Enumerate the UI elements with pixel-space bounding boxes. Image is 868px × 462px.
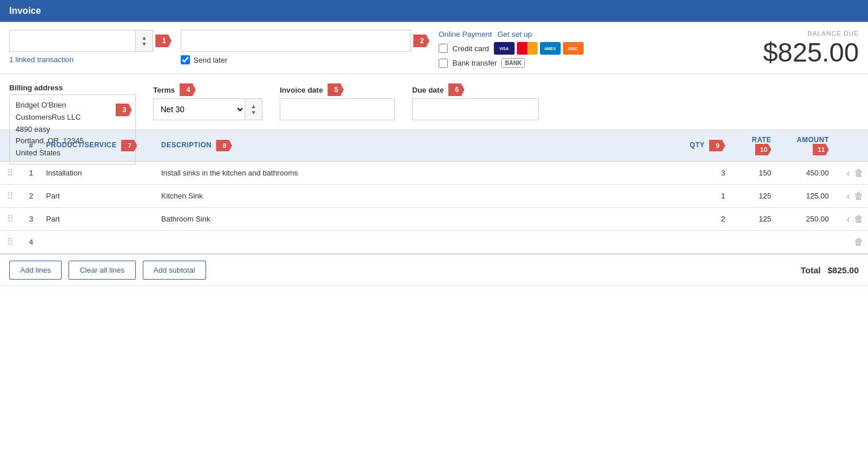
product-cell[interactable]: Part	[41, 208, 157, 231]
amex-icon: AMEX	[540, 42, 561, 55]
description-cell[interactable]	[157, 231, 684, 254]
drag-handle-cell: ⠿	[0, 162, 21, 185]
total-label: Total	[801, 265, 821, 275]
amount-cell: 450.00	[776, 162, 833, 185]
details-icon[interactable]: ‹	[844, 167, 852, 179]
terms-badge: 4	[180, 83, 196, 96]
description-cell[interactable]: Kitchen Sink	[157, 185, 684, 208]
description-cell[interactable]: Bathroom Sink	[157, 208, 684, 231]
th-amount-badge: 11	[813, 144, 829, 155]
due-date-input[interactable]: 09/08/2016	[412, 98, 539, 120]
actions-cell: ‹ 🗑	[833, 162, 868, 185]
details-icon[interactable]: ‹	[844, 190, 852, 202]
invoice-date-group: Invoice date 5 08/09/2016	[280, 83, 395, 120]
th-rate-badge: 10	[755, 144, 771, 155]
qty-cell[interactable]	[684, 231, 730, 254]
row-number: 1	[21, 162, 41, 185]
terms-row: Net 30 Net 15 Due on receipt ▲▼	[153, 98, 262, 120]
description-cell[interactable]: Install sinks in the kitchen and bathroo…	[157, 162, 684, 185]
invoice-date-label: Invoice date	[280, 86, 323, 94]
actions-cell: ‹ 🗑	[833, 185, 868, 208]
delete-icon[interactable]: 🗑	[854, 214, 863, 224]
qty-cell[interactable]: 2	[684, 208, 730, 231]
credit-card-checkbox[interactable]	[439, 44, 448, 53]
actions-cell: ‹ 🗑	[833, 208, 868, 231]
customer-badge: 1	[155, 35, 172, 47]
email-block: QBOrocks@yahoo.com 2 Send later	[181, 30, 429, 64]
table-row: ⠿ 4 🗑	[0, 231, 868, 254]
get-set-up-link[interactable]: Get set up	[497, 30, 532, 39]
th-actions	[833, 130, 868, 162]
payment-block: Online Payment Get set up Credit card VI…	[439, 30, 584, 68]
clear-all-lines-button[interactable]: Clear all lines	[68, 261, 135, 280]
line-items-table-section: # PRODUCT/SERVICE 7 DESCRIPTION 8 QTY 9 …	[0, 130, 868, 254]
credit-card-label: Credit card	[452, 44, 489, 53]
amount-cell: 125.00	[776, 185, 833, 208]
table-row: ⠿ 2 Part Kitchen Sink 1 125 125.00 ‹ 🗑	[0, 185, 868, 208]
payment-title: Online Payment Get set up	[439, 30, 584, 39]
invoice-date-input[interactable]: 08/09/2016	[280, 98, 395, 120]
product-cell[interactable]	[41, 231, 157, 254]
qty-cell[interactable]: 3	[684, 162, 730, 185]
discover-icon: DISC	[563, 42, 584, 55]
th-product-badge: 7	[121, 140, 137, 151]
terms-spinner[interactable]: ▲▼	[245, 98, 262, 120]
rate-cell[interactable]: 125	[730, 185, 776, 208]
actions-cell: 🗑	[833, 231, 868, 254]
email-badge: 2	[413, 35, 429, 47]
add-subtotal-button[interactable]: Add subtotal	[143, 261, 206, 280]
terms-label: Terms	[153, 86, 175, 94]
delete-icon[interactable]: 🗑	[854, 168, 863, 178]
th-qty: QTY 9	[684, 130, 730, 162]
th-description: DESCRIPTION 8	[157, 130, 684, 162]
total-amount: $825.00	[828, 265, 859, 275]
delete-icon[interactable]: 🗑	[854, 237, 863, 247]
drag-handle-cell: ⠿	[0, 185, 21, 208]
table-row: ⠿ 1 Installation Install sinks in the ki…	[0, 162, 868, 185]
bank-transfer-label: Bank transfer	[452, 59, 497, 67]
drag-handle-cell: ⠿	[0, 231, 21, 254]
bank-transfer-option: Bank transfer BANK	[439, 58, 584, 68]
balance-block: BALANCE DUE $825.00	[763, 30, 859, 68]
balance-label: BALANCE DUE	[763, 30, 859, 37]
rate-cell[interactable]: 150	[730, 162, 776, 185]
rate-cell[interactable]	[730, 231, 776, 254]
qty-cell[interactable]: 1	[684, 185, 730, 208]
visa-icon: VISA	[494, 42, 515, 55]
delete-icon[interactable]: 🗑	[854, 191, 863, 201]
table-row: ⠿ 3 Part Bathroom Sink 2 125 250.00 ‹ 🗑	[0, 208, 868, 231]
line-items-body: ⠿ 1 Installation Install sinks in the ki…	[0, 162, 868, 254]
customer-input[interactable]: Bridget O'Brien	[9, 30, 136, 52]
customer-spinner[interactable]: ▲▼	[136, 30, 153, 52]
add-lines-button[interactable]: Add lines	[9, 261, 62, 280]
amount-cell: 250.00	[776, 208, 833, 231]
email-input[interactable]: QBOrocks@yahoo.com	[181, 30, 411, 52]
th-amount: AMOUNT 11	[776, 130, 833, 162]
billing-section: Billing address Bridget O'Brien Customer…	[0, 74, 868, 130]
drag-handle-icon[interactable]: ⠿	[7, 237, 14, 247]
drag-handle-icon[interactable]: ⠿	[7, 168, 14, 178]
bank-badge: BANK	[501, 58, 525, 68]
top-section: Bridget O'Brien ▲▼ 1 1 linked transactio…	[0, 22, 868, 74]
th-rate: RATE 10	[730, 130, 776, 162]
rate-cell[interactable]: 125	[730, 208, 776, 231]
billing-badge: 3	[116, 104, 132, 116]
product-cell[interactable]: Installation	[41, 162, 157, 185]
linked-transaction-link[interactable]: 1 linked transaction	[9, 55, 172, 64]
send-later-row: Send later	[181, 55, 429, 64]
send-later-checkbox[interactable]	[181, 55, 190, 64]
send-later-label: Send later	[193, 56, 227, 64]
terms-select[interactable]: Net 30 Net 15 Due on receipt	[153, 98, 245, 120]
title-bar: Invoice	[0, 0, 868, 22]
bank-transfer-checkbox[interactable]	[439, 59, 448, 68]
product-cell[interactable]: Part	[41, 185, 157, 208]
amount-cell	[776, 231, 833, 254]
drag-handle-icon[interactable]: ⠿	[7, 214, 14, 224]
th-qty-badge: 9	[709, 140, 725, 151]
details-icon[interactable]: ‹	[844, 213, 852, 225]
drag-handle-icon[interactable]: ⠿	[7, 191, 14, 201]
line-items-table: # PRODUCT/SERVICE 7 DESCRIPTION 8 QTY 9 …	[0, 130, 868, 254]
billing-address-block: Billing address Bridget O'Brien Customer…	[9, 83, 136, 116]
title-label: Invoice	[9, 6, 41, 16]
drag-handle-cell: ⠿	[0, 208, 21, 231]
